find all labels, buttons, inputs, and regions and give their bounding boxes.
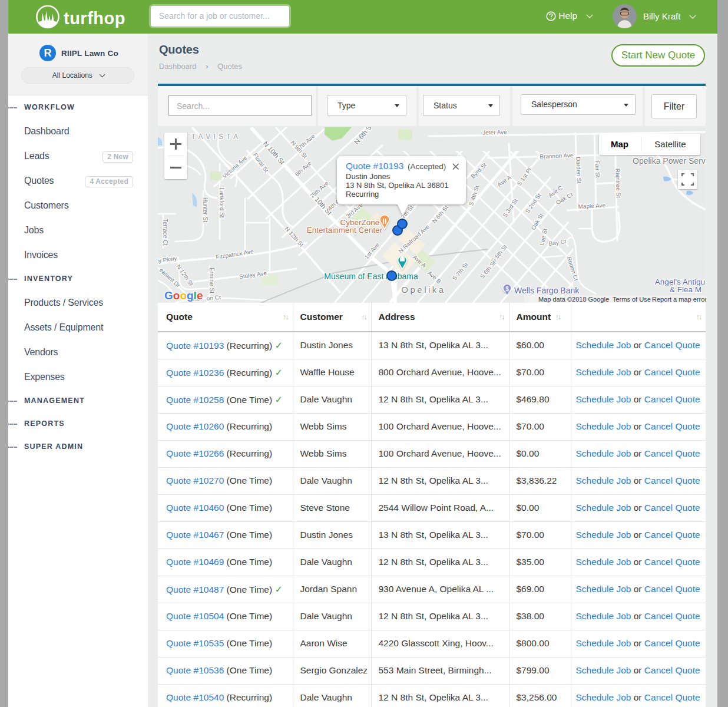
- svg-text:Entertainment Center: Entertainment Center: [307, 226, 383, 234]
- svg-text:Wells Fargo Bank: Wells Fargo Bank: [514, 286, 580, 295]
- svg-text:& Flea M: & Flea M: [670, 285, 701, 294]
- svg-text:$: $: [505, 286, 509, 292]
- svg-text:T A V I S T A: T A V I S T A: [191, 133, 239, 141]
- svg-text:on Ct: on Ct: [206, 294, 221, 302]
- svg-text:Fair St: Fair St: [594, 160, 601, 178]
- svg-text:Opelika Power Service: Opelika Power Service: [633, 156, 706, 166]
- svg-text:Lankford St: Lankford St: [219, 187, 225, 217]
- svg-text:Dustin Jones: Dustin Jones: [346, 172, 391, 181]
- svg-text:Opelika: Opelika: [401, 285, 445, 295]
- svg-text:Quote #10193: Quote #10193: [346, 161, 403, 171]
- svg-text:13 N 8th St, Opelika AL 36801: 13 N 8th St, Opelika AL 36801: [346, 181, 448, 190]
- svg-text:(Accepted): (Accepted): [408, 162, 446, 171]
- svg-text:Terms of Use: Terms of Use: [613, 296, 651, 303]
- svg-text:Hunter St: Hunter St: [202, 197, 209, 222]
- svg-text:Recurring: Recurring: [346, 190, 379, 199]
- svg-text:Brannon Ave: Brannon Ave: [540, 152, 574, 160]
- svg-text:Museum of East Alabama: Museum of East Alabama: [324, 272, 418, 281]
- svg-text:Satellite: Satellite: [654, 139, 686, 149]
- svg-text:Raintree St: Raintree St: [614, 169, 622, 199]
- svg-text:Google: Google: [164, 289, 203, 302]
- svg-text:Report a map error: Report a map error: [652, 296, 706, 303]
- svg-text:Jeter Ave: Jeter Ave: [482, 128, 507, 136]
- svg-text:Terrace Ct: Terrace Ct: [162, 219, 168, 246]
- svg-text:Map: Map: [611, 139, 628, 149]
- svg-text:Map data ©2018 Google: Map data ©2018 Google: [538, 296, 609, 303]
- svg-text:Darden St: Darden St: [575, 157, 583, 184]
- svg-text:Ermine St: Ermine St: [209, 267, 215, 293]
